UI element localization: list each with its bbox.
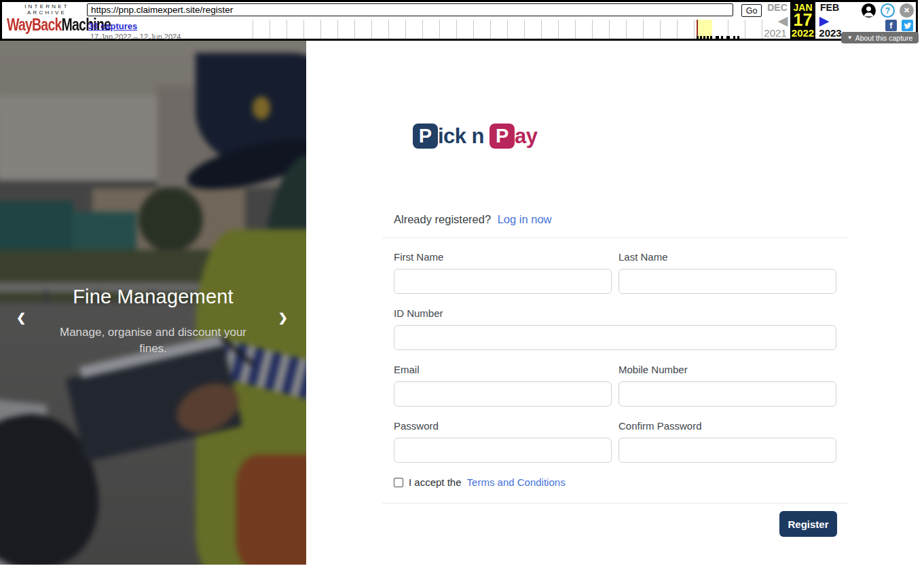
logo-tile-red-p: P [489,124,515,149]
logo-text-n: n [472,126,484,147]
carousel-title: Fine Management [0,286,306,308]
about-this-capture-button[interactable]: ▼ About this capture [841,32,919,43]
twitter-icon[interactable] [902,20,913,31]
login-row: Already registered? Log in now [394,213,551,226]
pick-n-pay-logo: PicknPay [413,124,538,149]
id-number-label: ID Number [394,307,443,319]
form-top-divider [382,238,849,238]
already-registered-text: Already registered? [394,213,491,225]
terms-text: I accept the [409,476,462,488]
terms-row: I accept the Terms and Conditions [394,476,566,488]
calendar-month-prev: DEC [764,3,790,12]
logo-tile-blue-p: P [413,124,438,149]
timeline-capture-ticks [697,36,744,39]
internet-archive-label: INTERNET ARCHIVE [7,3,87,16]
calendar-year-prev: 2021 [762,28,789,38]
help-icon[interactable]: ? [881,3,895,18]
first-name-label: First Name [394,251,443,263]
logo-text-ay: ay [515,126,537,147]
capture-date-range: 17 Jan 2022 – 12 Jun 2024 [90,33,181,41]
email-label: Email [394,364,420,375]
last-name-input[interactable] [618,269,836,294]
id-number-input[interactable] [394,325,836,350]
caret-down-icon: ▼ [847,35,853,41]
terms-link[interactable]: Terms and Conditions [467,476,566,488]
carousel-prev-arrow-icon[interactable]: ❮ [16,311,26,325]
profile-icon[interactable] [862,3,876,18]
mobile-number-input[interactable] [618,381,836,407]
last-name-label: Last Name [618,251,668,263]
go-button[interactable]: Go [741,4,762,17]
about-this-capture-label: About this capture [855,34,913,42]
mobile-number-label: Mobile Number [618,364,688,375]
page: INTERNET ARCHIVE WayBackMachine Go 30 ca… [0,0,924,566]
carousel-subtitle: Manage, organise and discount your fines… [52,324,255,357]
calendar-day: 17 [790,12,815,29]
calendar-year-next: 2023 [816,28,845,38]
close-icon[interactable]: ✕ [900,3,914,18]
wayback-wordmark-red: WayBack [7,15,62,34]
captures-link[interactable]: 30 captures [88,21,137,31]
wayback-wordmark: WayBackMachine [7,16,69,33]
password-input[interactable] [394,438,612,463]
hero-carousel: Fine Management Manage, organise and dis… [0,41,306,565]
capture-timeline[interactable] [253,20,763,39]
url-input[interactable] [87,3,733,16]
login-link[interactable]: Log in now [498,213,552,225]
calendar-prev-arrow-icon[interactable]: ◀ [775,14,790,27]
terms-checkbox[interactable] [394,478,403,487]
person-glyph [862,3,876,18]
form-bottom-divider [382,503,849,504]
confirm-password-input[interactable] [618,438,836,463]
password-label: Password [394,420,439,432]
logo-text-ick: ick [438,126,466,147]
confirm-password-label: Confirm Password [618,420,702,432]
email-input[interactable] [394,381,612,407]
register-button[interactable]: Register [779,511,837,537]
calendar-month-next: FEB [816,3,843,12]
first-name-input[interactable] [394,269,612,294]
wayback-logo[interactable]: INTERNET ARCHIVE WayBackMachine [7,3,87,33]
calendar-year-current: 2022 [790,28,815,38]
calendar-next-arrow-icon[interactable]: ▶ [817,14,832,27]
facebook-icon[interactable]: f [885,20,897,31]
carousel-next-arrow-icon[interactable]: ❯ [278,311,288,325]
twitter-bird-glyph [904,22,912,30]
